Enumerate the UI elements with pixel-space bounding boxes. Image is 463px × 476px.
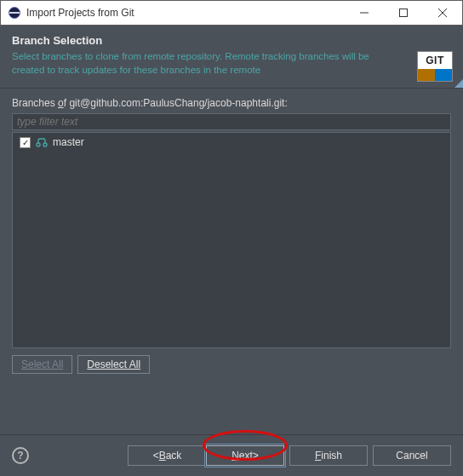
svg-rect-2 bbox=[9, 12, 20, 14]
wizard-title: Branch Selection bbox=[12, 34, 451, 47]
back-button[interactable]: < Back bbox=[128, 445, 206, 466]
minimize-button[interactable] bbox=[345, 1, 384, 25]
deselect-all-button[interactable]: Deselect All bbox=[77, 355, 150, 374]
branch-name: master bbox=[53, 136, 84, 148]
window-controls bbox=[345, 1, 462, 25]
wizard-description: Select branches to clone from remote rep… bbox=[12, 50, 386, 77]
close-button[interactable] bbox=[423, 1, 462, 25]
filter-input[interactable] bbox=[12, 113, 451, 130]
svg-rect-4 bbox=[400, 9, 408, 17]
wizard-body: Branches of git@github.com:PaulusChang/j… bbox=[0, 89, 463, 379]
select-all-button[interactable]: Select All bbox=[12, 355, 72, 374]
wizard-header: Branch Selection Select branches to clon… bbox=[0, 26, 463, 89]
git-icon: GIT bbox=[417, 51, 453, 82]
branch-icon bbox=[36, 137, 48, 147]
branch-list[interactable]: ✓ master bbox=[12, 132, 451, 348]
svg-point-7 bbox=[37, 143, 40, 146]
branches-label: Branches of git@github.com:PaulusChang/j… bbox=[12, 97, 451, 109]
branch-row[interactable]: ✓ master bbox=[13, 133, 450, 152]
branch-checkbox[interactable]: ✓ bbox=[20, 137, 31, 148]
titlebar: Import Projects from Git bbox=[0, 0, 463, 26]
maximize-button[interactable] bbox=[384, 1, 423, 25]
help-button[interactable]: ? bbox=[12, 447, 29, 464]
svg-point-8 bbox=[43, 143, 47, 146]
app-icon bbox=[8, 6, 21, 20]
wizard-footer: ? < Back Next > Finish Cancel bbox=[0, 434, 463, 476]
cancel-button[interactable]: Cancel bbox=[373, 445, 451, 466]
window-title: Import Projects from Git bbox=[26, 7, 345, 19]
next-button[interactable]: Next > bbox=[206, 445, 284, 466]
corner-fold-icon bbox=[454, 79, 463, 88]
finish-button[interactable]: Finish bbox=[289, 445, 368, 466]
